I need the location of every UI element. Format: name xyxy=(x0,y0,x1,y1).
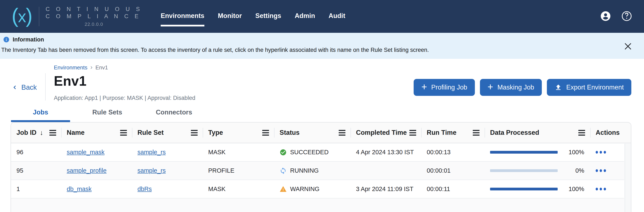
table-scrollbar[interactable] xyxy=(624,144,631,212)
progress-percent: 100% xyxy=(568,185,584,192)
cell-job-id: 95 xyxy=(11,167,61,174)
page-header: Back Env1 Application: App1 | Purpose: M… xyxy=(0,73,644,101)
profiling-job-button[interactable]: + Profiling Job xyxy=(414,79,475,96)
main-nav: Environments Monitor Settings Admin Audi… xyxy=(161,12,345,21)
progress-bar xyxy=(490,151,558,154)
nav-item-settings[interactable]: Settings xyxy=(255,12,281,21)
plus-icon: + xyxy=(488,82,493,92)
page-subtitle: Application: App1 | Purpose: MASK | Appr… xyxy=(54,95,195,101)
breadcrumb-environments-link[interactable]: Environments xyxy=(54,64,88,71)
column-menu-icon[interactable] xyxy=(50,130,56,136)
app-brand: C O N T I N U O U S C O M P L I A N C E … xyxy=(46,6,142,27)
column-header-rule-set[interactable]: Rule Set xyxy=(132,123,203,143)
column-menu-icon[interactable] xyxy=(578,130,585,136)
status-label: SUCCEEDED xyxy=(290,149,328,156)
nav-item-environments[interactable]: Environments xyxy=(161,12,204,21)
table-row: 1 db_mask dbRs MASK WARNING 3 Apr 2024 1… xyxy=(11,180,624,198)
back-label: Back xyxy=(21,83,37,91)
cell-completed-time: 3 Apr 2024 11:09 IST xyxy=(350,185,421,192)
tab-connectors[interactable]: Connectors xyxy=(144,109,204,122)
cell-status: RUNNING xyxy=(274,167,350,174)
cell-data-processed: 100% xyxy=(484,149,590,156)
column-header-completed-time[interactable]: Completed Time xyxy=(350,123,421,143)
cell-job-id: 1 xyxy=(11,185,61,192)
help-icon[interactable] xyxy=(622,11,632,22)
tab-rule-sets[interactable]: Rule Sets xyxy=(78,109,137,122)
status-label: WARNING xyxy=(290,185,320,192)
breadcrumb-current: Env1 xyxy=(96,64,108,71)
row-actions-menu-icon[interactable] xyxy=(590,169,624,172)
table-row: 95 sample_profile sample_rs PROFILE RUNN… xyxy=(11,162,624,180)
column-menu-icon[interactable] xyxy=(473,130,480,136)
progress-percent: 0% xyxy=(576,167,584,174)
nav-item-audit[interactable]: Audit xyxy=(328,12,345,21)
tab-jobs[interactable]: Jobs xyxy=(11,109,70,122)
column-menu-icon[interactable] xyxy=(339,130,346,136)
column-header-job-id[interactable]: Job ID ↓ xyxy=(11,123,61,143)
delphix-logo-icon: (x) xyxy=(12,6,32,27)
column-header-name[interactable]: Name xyxy=(61,123,132,143)
cell-run-time: 00:00:13 xyxy=(421,149,484,156)
rule-set-link[interactable]: dbRs xyxy=(138,185,152,192)
page-content: Environments › Env1 Back Env1 Applicatio… xyxy=(0,59,644,212)
rule-set-link[interactable]: sample_rs xyxy=(138,167,166,174)
running-icon xyxy=(280,167,287,174)
cell-run-time: 00:00:11 xyxy=(421,185,484,192)
jobs-table: Job ID ↓ Name Rule Set Type Status Co xyxy=(10,122,631,212)
row-actions-menu-icon[interactable] xyxy=(590,188,624,190)
back-button[interactable]: Back xyxy=(12,83,37,91)
info-banner: Information The Inventory Tab has been r… xyxy=(0,33,644,59)
header-divider xyxy=(45,73,46,100)
cell-status: SUCCEEDED xyxy=(274,149,350,156)
table-header-row: Job ID ↓ Name Rule Set Type Status Co xyxy=(11,123,631,143)
cell-data-processed: 100% xyxy=(484,185,590,192)
export-environment-button[interactable]: Export Environment xyxy=(547,79,631,96)
breadcrumb: Environments › Env1 xyxy=(0,59,644,71)
upload-icon xyxy=(554,84,562,91)
status-label: RUNNING xyxy=(290,167,318,174)
column-menu-icon[interactable] xyxy=(120,130,127,136)
tab-bar: Jobs Rule Sets Connectors xyxy=(11,109,644,122)
top-navigation-bar: (x) C O N T I N U O U S C O M P L I A N … xyxy=(0,0,644,33)
banner-close-icon[interactable] xyxy=(624,42,632,51)
cell-completed-time: 4 Apr 2024 13:30 IST xyxy=(350,149,421,156)
column-header-run-time[interactable]: Run Time xyxy=(421,123,484,143)
cell-type: PROFILE xyxy=(203,167,274,174)
progress-percent: 100% xyxy=(568,149,584,156)
column-header-status[interactable]: Status xyxy=(274,123,350,143)
column-header-actions: Actions xyxy=(590,123,631,143)
column-header-type[interactable]: Type xyxy=(203,123,274,143)
banner-message: The Inventory Tab has been removed from … xyxy=(1,47,619,53)
app-name-line1: C O N T I N U O U S xyxy=(46,6,142,13)
masking-job-button[interactable]: + Masking Job xyxy=(480,79,542,96)
rule-set-link[interactable]: sample_rs xyxy=(138,149,166,156)
job-name-link[interactable]: sample_profile xyxy=(67,167,107,174)
app-version: 22.0.0.0 xyxy=(85,22,103,27)
page-title: Env1 xyxy=(54,73,195,89)
nav-item-monitor[interactable]: Monitor xyxy=(218,12,242,21)
cell-status: WARNING xyxy=(274,185,350,193)
row-actions-menu-icon[interactable] xyxy=(590,151,624,154)
cell-type: MASK xyxy=(203,149,274,156)
job-name-link[interactable]: db_mask xyxy=(67,185,92,192)
column-menu-icon[interactable] xyxy=(191,130,198,136)
success-icon xyxy=(280,149,287,156)
warning-icon xyxy=(280,185,287,193)
chevron-left-icon xyxy=(12,84,18,90)
app-name-line2: C O M P L I A N C E xyxy=(46,13,142,20)
table-body: 96 sample_mask sample_rs MASK SUCCEEDED … xyxy=(11,143,624,212)
sort-desc-icon[interactable]: ↓ xyxy=(40,129,43,137)
user-profile-icon[interactable] xyxy=(600,11,611,22)
progress-bar xyxy=(490,188,558,190)
cell-run-time: 00:00:01 xyxy=(421,167,484,174)
cell-type: MASK xyxy=(203,185,274,192)
nav-item-admin[interactable]: Admin xyxy=(295,12,315,21)
column-header-data-processed[interactable]: Data Processed xyxy=(484,123,590,143)
job-name-link[interactable]: sample_mask xyxy=(67,149,104,156)
empty-row xyxy=(11,198,624,212)
column-menu-icon[interactable] xyxy=(410,130,416,136)
column-menu-icon[interactable] xyxy=(262,130,269,136)
info-icon xyxy=(3,36,10,43)
cell-data-processed: 0% xyxy=(484,167,590,174)
breadcrumb-separator-icon: › xyxy=(90,63,92,71)
